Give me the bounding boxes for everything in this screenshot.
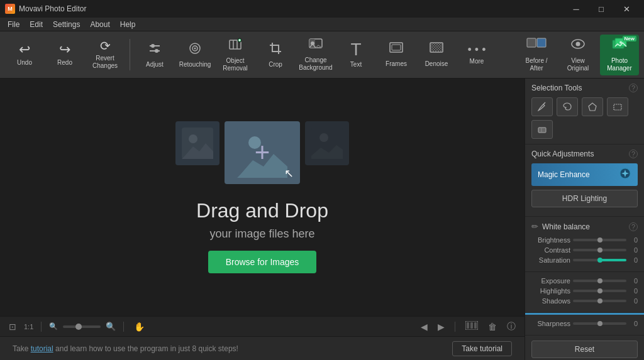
white-balance-help[interactable]: ? [629, 222, 638, 231]
view-original-button[interactable]: ViewOriginal [558, 35, 597, 75]
separator-2 [123, 322, 124, 332]
adjust-button[interactable]: Adjust [135, 35, 174, 75]
undo-button[interactable]: ↩ Undo [5, 35, 44, 75]
svg-rect-40 [614, 104, 621, 110]
svg-rect-36 [467, 322, 469, 329]
before-after-button[interactable]: Before /After [517, 35, 556, 75]
svg-point-25 [576, 42, 580, 46]
change-background-button[interactable]: ChangeBackground [296, 35, 335, 75]
crop-icon [268, 41, 283, 58]
contrast-slider[interactable] [573, 249, 626, 251]
svg-rect-41 [538, 128, 546, 133]
text-label: Text [350, 61, 362, 68]
saturation-value: 0 [629, 256, 638, 264]
quick-adjustments-header: Quick Adjustments ? [531, 150, 638, 158]
take-tutorial-button[interactable]: Take tutorial [452, 341, 512, 356]
svg-rect-22 [527, 38, 536, 47]
next-image-button[interactable]: ▶ [435, 319, 447, 334]
retouching-label: Retouching [179, 61, 211, 68]
toolbar-right: Before /After ViewOriginal New P [517, 35, 639, 75]
tutorial-link[interactable]: tutorial [31, 344, 53, 353]
highlights-label: Highlights [531, 287, 570, 295]
white-balance-title: White balance [542, 222, 590, 231]
pan-button[interactable]: ✋ [131, 319, 147, 334]
selection-polygon-button[interactable] [582, 97, 603, 116]
eye-icon [570, 37, 586, 55]
exposure-slider[interactable] [573, 280, 626, 282]
title-bar-left: M Movavi Photo Editor [5, 4, 86, 14]
zoom-ratio-label: 1:1 [24, 323, 33, 330]
object-removal-button[interactable]: ObjectRemoval [216, 35, 255, 75]
shadows-label: Shadows [531, 297, 570, 305]
right-panel: Selection Tools ? [525, 79, 644, 360]
menu-edit[interactable]: Edit [25, 19, 48, 30]
delete-button[interactable]: 🗑 [486, 319, 499, 334]
photo-manager-button[interactable]: New PhotoManager [600, 35, 639, 75]
drop-zone: + ↖ Drag and Drop your image files here … [175, 121, 349, 273]
selection-lasso-button[interactable] [557, 97, 578, 116]
more-button[interactable]: • • • More [457, 35, 496, 75]
crop-button[interactable]: Crop [256, 35, 295, 75]
zoom-slider[interactable] [63, 325, 101, 328]
svg-point-3 [155, 49, 158, 53]
close-button[interactable]: ✕ [614, 0, 639, 18]
browse-images-button[interactable]: Browse for Images [208, 251, 317, 273]
info-button[interactable]: ⓘ [504, 319, 518, 335]
selection-tools-header: Selection Tools ? [531, 84, 638, 92]
adjust-icon [147, 41, 162, 58]
prev-image-button[interactable]: ◀ [418, 319, 430, 334]
selection-brush-button[interactable] [531, 97, 553, 116]
exposure-slider-row: Exposure 0 [531, 277, 638, 285]
filmstrip-button[interactable] [463, 319, 480, 334]
app-title: Movavi Photo Editor [19, 4, 86, 13]
brightness-slider[interactable] [573, 239, 626, 241]
more-label: More [470, 58, 484, 65]
selection-eraser-button[interactable] [531, 120, 553, 139]
selection-tools-help[interactable]: ? [629, 84, 638, 92]
redo-button[interactable]: ↪ Redo [45, 35, 84, 75]
retouching-button[interactable]: Retouching [175, 35, 214, 75]
menu-settings[interactable]: Settings [48, 19, 85, 30]
redo-icon: ↪ [59, 43, 70, 57]
brightness-value: 0 [629, 236, 638, 244]
denoise-label: Denoise [425, 60, 448, 68]
menu-file[interactable]: File [3, 19, 25, 30]
text-button[interactable]: T Text [336, 35, 375, 75]
svg-rect-37 [470, 322, 473, 329]
change-background-label: ChangeBackground [299, 57, 332, 72]
maximize-button[interactable]: □ [589, 0, 614, 18]
exposure-label: Exposure [531, 277, 570, 285]
canvas[interactable]: + ↖ Drag and Drop your image files here … [0, 79, 525, 316]
object-removal-label: ObjectRemoval [223, 57, 247, 72]
fit-view-button[interactable]: ⊡ [6, 319, 19, 334]
revert-button[interactable]: ⟳ RevertChanges [86, 35, 125, 75]
contrast-slider-row: Contrast 0 [531, 246, 638, 254]
shadows-slider-row: Shadows 0 [531, 297, 638, 305]
white-balance-section: ✏ White balance ? Brightness 0 Contrast [525, 217, 644, 272]
quick-adjustments-help[interactable]: ? [629, 150, 638, 158]
svg-rect-38 [474, 322, 477, 329]
new-badge: New [623, 36, 636, 41]
undo-icon: ↩ [19, 43, 30, 57]
sharpness-slider[interactable] [573, 322, 626, 325]
minimize-button[interactable]: ─ [564, 0, 589, 18]
hdr-lighting-button[interactable]: HDR Lighting [531, 190, 638, 207]
svg-point-1 [151, 44, 155, 48]
saturation-slider[interactable] [573, 259, 626, 261]
tutorial-suffix: and learn how to use the program in just… [53, 344, 238, 353]
selection-rectangle-button[interactable] [607, 97, 628, 116]
tutorial-prefix: Take [13, 344, 31, 353]
svg-rect-19 [430, 43, 443, 52]
canvas-toolbar-bottom: ⊡ 1:1 🔍 🔍 ✋ ◀ ▶ [0, 316, 525, 336]
magic-enhance-button[interactable]: Magic Enhance [531, 163, 638, 186]
highlights-slider[interactable] [573, 290, 626, 292]
before-after-label: Before /After [525, 57, 547, 72]
denoise-button[interactable]: Denoise [417, 35, 456, 75]
menu-about[interactable]: About [85, 19, 114, 30]
shadows-slider[interactable] [573, 300, 626, 302]
canvas-area: Take tutorial and learn how to use the p… [0, 79, 525, 360]
frames-button[interactable]: Frames [377, 35, 416, 75]
menu-help[interactable]: Help [115, 19, 141, 30]
reset-button[interactable]: Reset [531, 341, 638, 358]
brightness-slider-row: Brightness 0 [531, 236, 638, 244]
